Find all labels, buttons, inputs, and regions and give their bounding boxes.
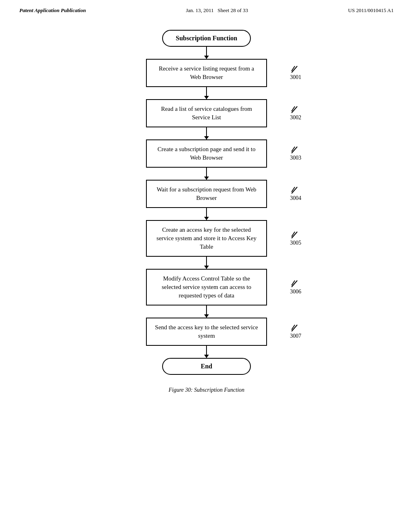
ref-3001: 3001 [290, 65, 301, 81]
step-3003-wrapper: Create a subscription page and send it t… [146, 139, 267, 168]
slash-mark-3002 [290, 106, 299, 114]
end-node-wrapper: End [162, 358, 251, 375]
step-3002: Read a list of service catalogues from S… [146, 99, 267, 127]
figure-caption: Figure 30: Subscription Function [169, 387, 244, 393]
ref-3007: 3007 [290, 324, 301, 339]
ref-3002: 3002 [290, 106, 301, 121]
step-3007-wrapper: Send the access key to the selected serv… [146, 318, 267, 346]
step-3004: Wait for a subscription request from Web… [146, 180, 267, 208]
page-header: Patent Application Publication Jan. 13, … [0, 0, 413, 14]
ref-3006: 3006 [290, 280, 301, 295]
step-3005-wrapper: Create an access key for the selected se… [146, 220, 267, 257]
arrow-5 [206, 208, 207, 220]
slash-mark-3006 [290, 280, 299, 289]
step-3006: Modify Access Control Table so the selec… [146, 269, 267, 305]
arrow-1 [206, 47, 207, 59]
step-3005: Create an access key for the selected se… [146, 220, 267, 257]
date-sheet-label: Jan. 13, 2011 Sheet 28 of 33 [186, 7, 248, 14]
slash-mark-3003 [290, 146, 299, 155]
arrow-6 [206, 257, 207, 269]
step-3003: Create a subscription page and send it t… [146, 139, 267, 168]
arrow-2 [206, 87, 207, 99]
start-node-wrapper: Subscription Function [162, 30, 251, 47]
slash-mark-3005 [290, 231, 299, 240]
flowchart: Subscription Function Receive a service … [106, 30, 307, 375]
patent-number-label: US 2011/0010415 A1 [348, 7, 394, 14]
step-3001-wrapper: Receive a service listing request from a… [146, 59, 267, 87]
step-3002-wrapper: Read a list of service catalogues from S… [146, 99, 267, 127]
diagram-container: Subscription Function Receive a service … [0, 30, 413, 393]
ref-3005: 3005 [290, 231, 301, 246]
arrow-8 [206, 346, 207, 358]
arrow-4 [206, 168, 207, 180]
arrow-3 [206, 127, 207, 139]
step-3006-wrapper: Modify Access Control Table so the selec… [146, 269, 267, 305]
publication-label: Patent Application Publication [19, 7, 86, 14]
end-terminal: End [162, 358, 251, 375]
step-3004-wrapper: Wait for a subscription request from Web… [146, 180, 267, 208]
slash-mark-3007 [290, 324, 299, 333]
step-3001: Receive a service listing request from a… [146, 59, 267, 87]
start-terminal: Subscription Function [162, 30, 251, 47]
arrow-7 [206, 305, 207, 318]
slash-mark-3001 [290, 65, 299, 74]
step-3007: Send the access key to the selected serv… [146, 318, 267, 346]
ref-3003: 3003 [290, 146, 301, 161]
slash-mark-3004 [290, 186, 299, 195]
ref-3004: 3004 [290, 186, 301, 202]
